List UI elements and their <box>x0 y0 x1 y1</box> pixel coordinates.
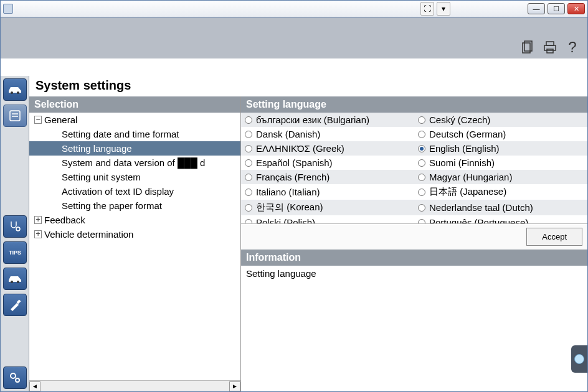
expand-icon[interactable]: + <box>34 230 42 238</box>
minimize-button[interactable]: — <box>528 3 545 14</box>
language-label: 日本語 (Japanese) <box>429 186 506 198</box>
horizontal-scrollbar[interactable]: ◄ ► <box>29 380 240 391</box>
svg-point-5 <box>11 91 13 94</box>
language-label: Magyar (Hungarian) <box>429 172 512 182</box>
svg-point-6 <box>17 91 19 94</box>
tree-category[interactable]: +Vehicle determination <box>29 227 240 241</box>
scroll-left-icon[interactable]: ◄ <box>29 381 40 391</box>
nav-car2-icon[interactable] <box>3 268 27 290</box>
tree-category[interactable]: −General <box>29 113 240 127</box>
expand-icon[interactable]: + <box>34 216 42 224</box>
radio-icon[interactable] <box>418 116 425 124</box>
nav-screwdriver-icon[interactable] <box>3 294 27 316</box>
nav-tips-icon[interactable]: TIPS <box>3 241 27 264</box>
language-option[interactable]: 日本語 (Japanese) <box>414 184 587 200</box>
language-option[interactable]: Ceský (Czech) <box>414 113 587 127</box>
svg-point-11 <box>11 281 13 283</box>
radio-icon[interactable] <box>418 174 425 181</box>
close-button[interactable]: ✕ <box>567 3 585 14</box>
language-label: Dansk (Danish) <box>256 129 320 139</box>
svg-rect-4 <box>547 49 553 53</box>
tree-item-label: System and data version of ███ d <box>62 157 205 168</box>
language-label: Ceský (Czech) <box>429 114 490 125</box>
radio-icon[interactable] <box>418 189 425 196</box>
tree-item[interactable]: Setting unit system <box>29 170 240 184</box>
tree-item[interactable]: Setting language <box>29 141 240 156</box>
top-toolbar: ? <box>1 17 587 58</box>
radio-icon[interactable] <box>418 219 425 223</box>
language-option[interactable]: Italiano (Italian) <box>241 184 414 200</box>
nav-car-icon[interactable] <box>3 78 27 101</box>
language-option[interactable]: Español (Spanish) <box>241 156 414 170</box>
language-option[interactable]: Português (Portuguese) <box>414 215 587 223</box>
radio-icon[interactable] <box>418 204 425 212</box>
radio-icon[interactable] <box>245 145 252 152</box>
tree-item-label: Feedback <box>44 215 85 225</box>
svg-point-12 <box>17 281 19 283</box>
radio-icon[interactable] <box>245 174 252 181</box>
tree-item-label: Activation of text ID display <box>62 186 174 197</box>
language-option[interactable]: Polski (Polish) <box>241 215 414 223</box>
left-nav: TIPS <box>1 76 29 391</box>
radio-icon[interactable] <box>245 219 252 223</box>
information-body: Setting language <box>241 266 587 281</box>
svg-rect-13 <box>16 299 21 304</box>
nav-stethoscope-icon[interactable] <box>3 215 27 238</box>
language-label: Nederlandse taal (Dutch) <box>429 202 533 213</box>
radio-icon[interactable] <box>245 204 252 212</box>
language-option[interactable]: Suomi (Finnish) <box>414 156 587 170</box>
radio-icon[interactable] <box>418 159 425 167</box>
dropdown-icon[interactable]: ▾ <box>437 2 450 16</box>
svg-point-15 <box>16 378 19 382</box>
svg-rect-3 <box>544 45 556 50</box>
language-option[interactable]: 한국의 (Korean) <box>241 200 414 215</box>
tree-item[interactable]: Activation of text ID display <box>29 184 240 198</box>
language-option[interactable]: български език (Bulgarian) <box>241 113 414 127</box>
selection-tree[interactable]: −GeneralSetting date and time formatSett… <box>29 113 240 380</box>
side-tab-icon[interactable] <box>571 345 587 373</box>
language-list[interactable]: български език (Bulgarian)Ceský (Czech)D… <box>241 113 587 223</box>
language-option[interactable]: English (English) <box>414 141 587 156</box>
tree-item[interactable]: Setting the paper format <box>29 198 240 213</box>
tree-item-label: Setting unit system <box>62 172 141 182</box>
language-label: English (English) <box>429 143 500 154</box>
tree-item-label: Setting language <box>62 143 132 154</box>
language-option[interactable]: Nederlandse taal (Dutch) <box>414 200 587 215</box>
language-option[interactable]: Magyar (Hungarian) <box>414 170 587 184</box>
tree-item-label: General <box>44 114 77 125</box>
radio-icon[interactable] <box>418 145 425 152</box>
language-option[interactable]: Deutsch (German) <box>414 127 587 141</box>
nav-cogs-icon[interactable] <box>3 366 27 389</box>
radio-icon[interactable] <box>245 131 252 138</box>
language-label: Deutsch (German) <box>429 129 506 139</box>
scroll-right-icon[interactable]: ► <box>229 381 240 391</box>
svg-point-14 <box>11 373 16 378</box>
language-option[interactable]: ΕΛΛΗΝΙΚΌΣ (Greek) <box>241 141 414 156</box>
language-label: Português (Portuguese) <box>429 217 528 223</box>
language-option[interactable]: Dansk (Danish) <box>241 127 414 141</box>
title-bar: ⛶ ▾ — ☐ ✕ <box>0 0 588 17</box>
fullscreen-icon[interactable]: ⛶ <box>420 2 434 16</box>
tree-item[interactable]: Setting date and time format <box>29 127 240 141</box>
tree-item[interactable]: System and data version of ███ d <box>29 156 240 170</box>
language-label: Italiano (Italian) <box>256 187 320 197</box>
accept-button[interactable]: Accept <box>526 228 582 246</box>
nav-notes-icon[interactable] <box>3 105 27 127</box>
language-label: Español (Spanish) <box>256 157 333 168</box>
radio-icon[interactable] <box>245 116 252 124</box>
svg-rect-2 <box>546 42 554 45</box>
radio-icon[interactable] <box>418 131 425 138</box>
language-label: Suomi (Finnish) <box>429 157 495 168</box>
documents-icon[interactable] <box>520 40 535 55</box>
expand-icon[interactable]: − <box>34 116 42 124</box>
help-icon[interactable]: ? <box>565 40 580 55</box>
radio-icon[interactable] <box>245 159 252 167</box>
svg-rect-7 <box>10 111 20 121</box>
language-label: Français (French) <box>256 172 330 182</box>
language-option[interactable]: Français (French) <box>241 170 414 184</box>
selection-header: Selection <box>29 96 240 113</box>
radio-icon[interactable] <box>245 189 252 196</box>
tree-category[interactable]: +Feedback <box>29 213 240 227</box>
print-icon[interactable] <box>543 40 557 55</box>
maximize-button[interactable]: ☐ <box>548 3 565 14</box>
